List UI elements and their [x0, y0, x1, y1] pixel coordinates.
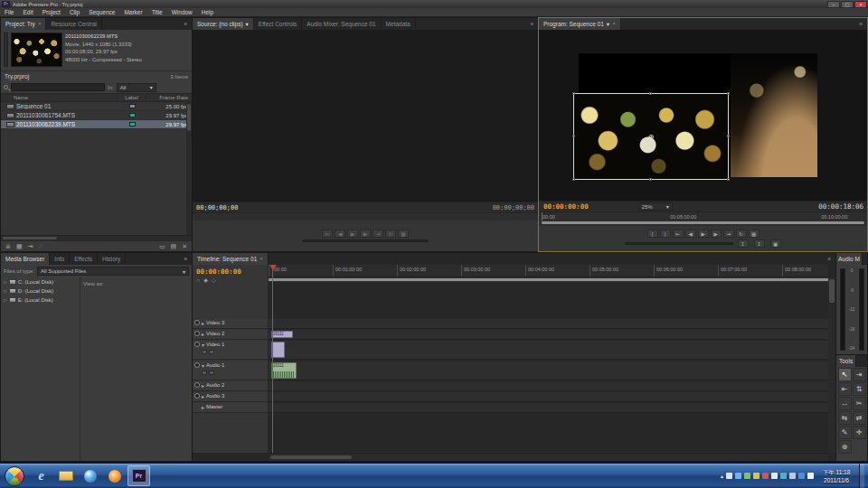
timeline-ruler[interactable]: 00:00 00:01:00:00 00:02:00:00 00:03:00:0… — [269, 265, 828, 277]
tab-close-icon[interactable]: × — [259, 253, 263, 265]
selection-tool[interactable]: ↖ — [838, 368, 852, 381]
source-shuttle-slider[interactable] — [302, 239, 429, 242]
menu-marker[interactable]: Marker — [119, 8, 146, 17]
tab-close-icon[interactable]: × — [612, 18, 616, 30]
resize-handle[interactable] — [727, 92, 730, 95]
source-timecode[interactable]: 00;00;00;00 — [193, 204, 238, 211]
slide-tool[interactable]: ⇄ — [853, 411, 866, 425]
track-output-toggle[interactable] — [194, 331, 200, 336]
panel-menu-icon[interactable]: ≡ — [855, 18, 867, 30]
safe-margins-button[interactable]: ▦ — [749, 230, 760, 238]
new-item-icon[interactable]: ▤ — [171, 243, 177, 250]
step-forward-button[interactable]: ▶ — [360, 230, 371, 238]
tab-timeline[interactable]: Timeline: Sequence 01× — [193, 253, 269, 265]
work-area-bar[interactable] — [269, 277, 828, 282]
razor-tool[interactable]: ✂ — [853, 397, 866, 410]
show-desktop-button[interactable] — [859, 464, 864, 488]
project-vscrollbar[interactable] — [186, 102, 192, 235]
hand-tool[interactable]: ✛ — [853, 426, 866, 439]
tree-item-drive-d[interactable]: ▷D: (Local Disk) — [1, 286, 80, 296]
tray-icon[interactable] — [744, 473, 750, 479]
list-item[interactable]: 20111030061754.MTS 29.97 fps — [1, 111, 192, 120]
tray-icon[interactable] — [771, 473, 778, 479]
lift-button[interactable]: ↥ — [738, 239, 749, 248]
premiere-taskbar-icon[interactable]: Pr — [127, 465, 150, 486]
menu-clip[interactable]: Clip — [65, 8, 84, 17]
timeline-clip-video1[interactable] — [271, 342, 285, 358]
timeline-clip-audio1[interactable]: 20111 — [271, 362, 297, 379]
pen-tool[interactable]: ✎ — [838, 426, 852, 439]
track-output-toggle[interactable] — [194, 342, 200, 347]
track-header-audio3[interactable]: ▸Audio 3 — [193, 392, 269, 402]
tray-expand-icon[interactable]: ▴ — [721, 473, 723, 479]
tray-icon[interactable] — [798, 473, 805, 479]
rate-stretch-tool[interactable]: ↔ — [838, 397, 852, 410]
find-icon[interactable]: ◌ — [38, 243, 42, 249]
play-button[interactable]: ▶ — [698, 230, 709, 238]
track-lane-video3[interactable] — [269, 319, 828, 329]
label-color-swatch[interactable] — [129, 113, 136, 117]
twirl-icon[interactable]: ▸ — [202, 320, 204, 326]
tray-icon[interactable] — [753, 473, 760, 479]
list-item-selected[interactable]: 20111030062239.MTS 29.97 fps — [1, 120, 192, 129]
tray-icon[interactable] — [789, 473, 796, 479]
files-of-type-dropdown[interactable]: All Supported Files▾ — [37, 267, 189, 276]
selected-clip[interactable]: ⊕ — [573, 93, 729, 180]
minimize-button[interactable]: – — [827, 1, 840, 8]
mark-out-button[interactable]: } — [660, 230, 671, 238]
twirl-icon[interactable]: ▾ — [202, 362, 204, 369]
tray-icon[interactable] — [762, 473, 769, 479]
shuttle-slider[interactable] — [625, 242, 733, 245]
firefox-icon[interactable] — [103, 465, 126, 486]
list-item[interactable]: Sequence 01 25.00 fps — [1, 102, 192, 111]
menu-help[interactable]: Help — [197, 8, 218, 17]
search-in-dropdown[interactable]: All▾ — [117, 83, 156, 92]
source-ruler[interactable] — [193, 212, 538, 221]
program-video-area[interactable]: ⊕ — [539, 30, 867, 201]
mark-in-button[interactable]: { — [647, 230, 658, 238]
step-back-button[interactable]: ◀ — [685, 230, 696, 238]
track-mute-toggle[interactable] — [194, 362, 200, 368]
play-button[interactable]: ▶ — [347, 230, 358, 238]
twirl-icon[interactable]: ▸ — [202, 393, 204, 399]
tab-history[interactable]: History — [98, 253, 126, 265]
tab-media-browser[interactable]: Media Browser — [1, 253, 50, 265]
column-label[interactable]: Label — [118, 95, 146, 100]
tray-icon[interactable] — [780, 473, 787, 479]
step-back-button[interactable]: ◀ — [335, 230, 345, 238]
clip-thumbnail[interactable] — [11, 33, 62, 67]
tab-effects[interactable]: Effects — [70, 253, 98, 265]
twirl-icon[interactable]: ▸ — [202, 404, 204, 410]
taskbar-clock[interactable]: 下午 11:18 2011/11/6 — [816, 468, 856, 484]
playhead-head[interactable] — [269, 265, 277, 270]
panel-menu-icon[interactable]: ≡ — [526, 18, 538, 30]
keyframes-button[interactable] — [209, 371, 214, 375]
new-bin-icon[interactable]: ▭ — [159, 243, 165, 250]
extract-button[interactable]: ↧ — [754, 239, 765, 248]
resize-handle[interactable] — [572, 178, 575, 181]
tray-icon[interactable] — [726, 473, 732, 479]
track-output-toggle[interactable] — [194, 320, 200, 325]
list-view-icon[interactable]: ≣ — [5, 243, 11, 250]
start-button[interactable] — [5, 466, 24, 486]
column-name[interactable]: Name — [1, 95, 118, 100]
step-forward-button[interactable]: ▶ — [711, 230, 722, 238]
track-lane-audio2[interactable] — [269, 381, 828, 391]
twirl-icon[interactable]: ▾ — [202, 342, 204, 348]
playhead[interactable] — [272, 265, 273, 453]
track-select-tool[interactable]: ⇥ — [853, 368, 866, 381]
zoom-tool[interactable]: ⊕ — [838, 440, 852, 454]
slip-tool[interactable]: ⇆ — [838, 411, 852, 425]
icon-view-icon[interactable]: ▦ — [16, 243, 23, 250]
label-color-swatch[interactable] — [129, 122, 136, 127]
timeline-timecode[interactable]: 00:00:00:00 — [193, 265, 268, 277]
maximize-button[interactable]: ▢ — [841, 1, 854, 8]
resize-handle[interactable] — [572, 92, 575, 95]
track-mute-toggle[interactable] — [194, 393, 200, 399]
menu-sequence[interactable]: Sequence — [84, 8, 119, 17]
tab-info[interactable]: Info — [50, 253, 70, 265]
chevron-down-icon[interactable]: ▾ — [607, 18, 609, 30]
snap-icon[interactable]: ∩ — [196, 277, 200, 283]
go-to-in-button[interactable]: ⇤ — [322, 230, 333, 238]
go-to-out-button[interactable]: ⇥ — [373, 230, 383, 238]
